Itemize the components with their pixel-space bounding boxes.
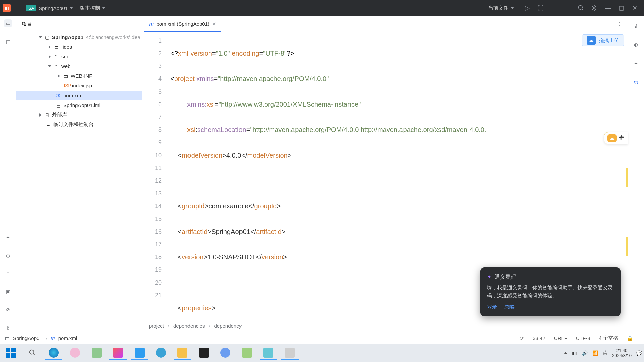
app-item[interactable] — [238, 346, 256, 360]
line-gutter: 123 456 789 101112 131415 161718 192021 — [142, 32, 170, 320]
database-tool-icon[interactable]: 🛢 — [632, 21, 640, 30]
cloud-side-pill[interactable]: ☁ 奇 — [604, 132, 628, 144]
minimize-button[interactable]: — — [601, 5, 614, 12]
assist-tool-icon[interactable]: ✦ — [632, 59, 640, 68]
indent-info[interactable]: 4 个空格 — [599, 335, 618, 341]
current-file-label: 当前文件 — [488, 5, 508, 11]
project-panel-title: 项目 — [22, 21, 32, 27]
crumb[interactable]: project — [149, 323, 164, 329]
ide-logo-icon: ◧ — [3, 4, 11, 12]
search-button[interactable] — [23, 346, 41, 360]
tree-item-extlib[interactable]: ⌸ 外部库 — [16, 110, 142, 120]
more-tools-icon[interactable]: … — [4, 56, 12, 64]
intellij-app[interactable] — [109, 346, 127, 360]
vcs-tool-icon[interactable]: ᚱ — [4, 324, 12, 332]
app-item[interactable] — [131, 346, 148, 360]
wifi-icon[interactable]: 📶 — [592, 350, 598, 356]
editor-tab-menu-icon[interactable]: ⋮ — [617, 21, 622, 27]
lock-icon[interactable]: 🔒 — [627, 335, 633, 341]
more-actions-button[interactable]: ⋮ — [547, 4, 561, 12]
run-button[interactable]: ▷ — [521, 4, 534, 12]
gradle-tool-icon[interactable]: ◐ — [632, 40, 640, 49]
volume-icon[interactable]: 🔊 — [582, 350, 588, 356]
start-button[interactable] — [2, 346, 19, 360]
chevron-down-icon — [102, 7, 105, 9]
root-path: K:\biancheng\works\idea — [85, 34, 140, 40]
windows-taskbar: ▮▯ 🔊 📶 英 21:40 2024/3/10 💬 — [0, 344, 644, 362]
tree-item-web[interactable]: 🗀 web — [16, 61, 142, 71]
vcs-label: 版本控制 — [80, 5, 100, 11]
project-dropdown[interactable]: SpringAop01 — [39, 5, 73, 11]
idea-file-icon: ▤ — [55, 102, 61, 108]
chevron-right-icon[interactable] — [49, 45, 51, 49]
assistant-popup: ✦ 通义灵码 嗨，我是通义灵码，你的智能编码助手。快来登录通义灵码，深度感受智能… — [480, 267, 621, 316]
popup-ignore-link[interactable]: 忽略 — [504, 303, 515, 311]
services-tool-icon[interactable]: ◷ — [4, 251, 12, 259]
svg-line-4 — [33, 353, 35, 355]
popup-login-link[interactable]: 登录 — [487, 303, 497, 311]
scrollbar-marker — [626, 237, 628, 256]
vcs-dropdown[interactable]: 版本控制 — [80, 5, 105, 11]
ant-tool-icon[interactable]: ✦ — [4, 233, 12, 241]
build-tool-icon[interactable]: T — [4, 269, 12, 278]
project-tree[interactable]: ▢ SpringAop01 K:\biancheng\works\idea 🗀 … — [16, 32, 142, 332]
navigation-bar: 🗀 SpringAop01 › m pom.xml ⟳ 33:42 CRLF U… — [0, 332, 644, 344]
tree-item-indexjsp[interactable]: JSP index.jsp — [16, 81, 142, 90]
tree-item-pom[interactable]: m pom.xml — [16, 90, 142, 100]
tab-pom[interactable]: m pom.xml (SpringAop01) ✕ — [144, 17, 221, 32]
tree-item-scratch[interactable]: ≡ 临时文件和控制台 — [16, 120, 142, 129]
folder-icon: 🗀 — [5, 335, 10, 341]
explorer-app[interactable] — [174, 346, 191, 360]
crumb[interactable]: dependency — [214, 323, 241, 329]
folder-icon: 🗀 — [53, 44, 59, 50]
app-item[interactable] — [66, 346, 84, 360]
restore-button[interactable]: ▢ — [614, 4, 628, 12]
tree-item-src[interactable]: 🗀 src — [16, 52, 142, 61]
maven-tool-icon[interactable]: m — [632, 78, 640, 86]
edge-app[interactable] — [45, 346, 62, 360]
app-item[interactable] — [281, 346, 299, 360]
app-item[interactable] — [260, 346, 277, 360]
line-separator[interactable]: CRLF — [554, 335, 567, 341]
main-menu-icon[interactable] — [14, 4, 21, 12]
nav-file[interactable]: pom.xml — [58, 335, 77, 341]
sync-icon[interactable]: ⟳ — [520, 335, 524, 341]
scrollbar-marker — [626, 168, 628, 187]
chevron-right-icon[interactable] — [39, 113, 41, 117]
right-tool-rail: 🛢 ◐ ✦ m — [628, 16, 644, 332]
crumb[interactable]: dependencies — [173, 323, 205, 329]
tree-root[interactable]: ▢ SpringAop01 K:\biancheng\works\idea — [16, 32, 142, 42]
ime-indicator[interactable]: 英 — [603, 350, 607, 356]
tree-item-idea[interactable]: 🗀 .idea — [16, 42, 142, 52]
terminal-tool-icon[interactable]: ▣ — [4, 288, 12, 296]
app-item[interactable] — [88, 346, 105, 360]
chevron-right-icon[interactable] — [58, 74, 60, 78]
battery-icon[interactable]: ▮▯ — [572, 350, 577, 356]
tree-item-iml[interactable]: ▤ SpringAop01.iml — [16, 100, 142, 110]
project-tool-icon[interactable]: ▭ — [4, 19, 12, 27]
chevron-right-icon[interactable] — [49, 55, 51, 58]
tree-item-webinf[interactable]: 🗀 WEB-INF — [16, 71, 142, 81]
run-config-dropdown[interactable]: 当前文件 — [488, 5, 514, 11]
file-encoding[interactable]: UTF-8 — [576, 335, 590, 341]
close-button[interactable]: ✕ — [628, 4, 641, 12]
terminal-app[interactable] — [195, 346, 213, 360]
search-icon[interactable] — [574, 5, 588, 11]
settings-icon[interactable] — [588, 5, 601, 11]
app-item[interactable] — [217, 346, 234, 360]
close-icon[interactable]: ✕ — [212, 21, 216, 27]
title-bar: ◧ SA SpringAop01 版本控制 当前文件 ▷ ⛶ ⋮ — ▢ ✕ — [0, 0, 644, 16]
popup-title: 通义灵码 — [495, 273, 516, 281]
debug-button[interactable]: ⛶ — [534, 5, 547, 12]
tray-expand-icon[interactable] — [564, 352, 567, 354]
structure-tool-icon[interactable]: ◫ — [4, 38, 12, 46]
caret-position[interactable]: 33:42 — [533, 335, 545, 341]
problems-tool-icon[interactable]: ⊘ — [4, 306, 12, 314]
notifications-tray-icon[interactable]: 💬 — [636, 350, 642, 356]
clock[interactable]: 21:40 2024/3/10 — [612, 348, 632, 358]
nav-project[interactable]: SpringAop01 — [13, 335, 42, 341]
chevron-down-icon[interactable] — [48, 65, 51, 67]
app-item[interactable] — [152, 346, 170, 360]
system-tray[interactable]: ▮▯ 🔊 📶 英 21:40 2024/3/10 💬 — [564, 348, 642, 358]
chevron-down-icon[interactable] — [39, 36, 42, 38]
